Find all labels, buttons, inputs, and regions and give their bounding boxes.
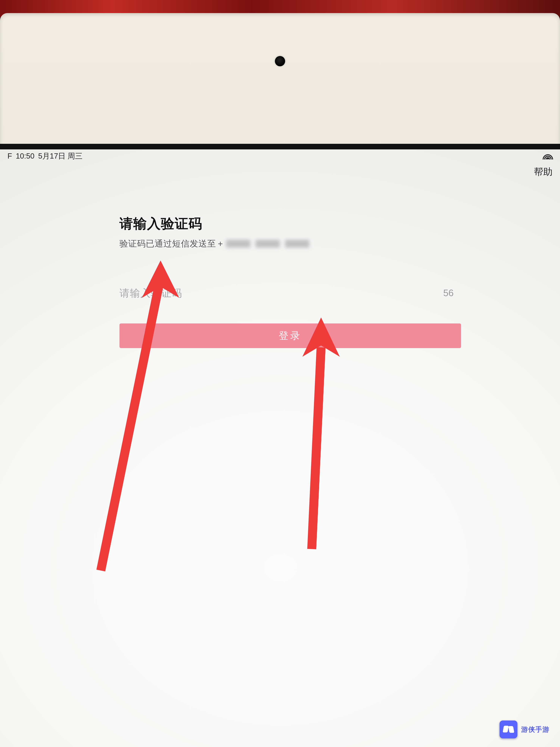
masked-phone-number [226, 240, 309, 248]
status-bar: F 10:50 5月17日 周三 [0, 149, 560, 162]
resend-countdown: 56 [443, 288, 461, 299]
status-time: 10:50 [16, 152, 34, 160]
login-button[interactable]: 登录 [119, 324, 461, 348]
wifi-icon [543, 152, 553, 159]
code-row: 56 [119, 285, 461, 301]
front-camera-icon [275, 56, 285, 66]
verification-code-input[interactable] [119, 285, 344, 301]
status-date: 5月17日 周三 [38, 151, 83, 161]
annotation-arrow-login [284, 317, 351, 551]
subtitle-text: 验证码已通过短信发送至 [119, 238, 216, 250]
svg-line-2 [312, 347, 321, 549]
watermark: 游侠手游 [500, 720, 550, 739]
page-title: 请输入验证码 [119, 215, 497, 233]
status-time-prefix: F [7, 152, 12, 160]
tablet-bezel: F 10:50 5月17日 周三 帮助 请输入验证码 验证码已通过短信发送至 + [0, 13, 560, 747]
subtitle: 验证码已通过短信发送至 + [119, 238, 497, 250]
screen-area: F 10:50 5月17日 周三 帮助 请输入验证码 验证码已通过短信发送至 + [0, 144, 560, 747]
watermark-logo-icon [500, 720, 517, 739]
login-content: 请输入验证码 验证码已通过短信发送至 + 56 登录 [0, 215, 560, 348]
status-left: F 10:50 5月17日 周三 [7, 151, 82, 161]
top-nav: 帮助 [0, 162, 560, 181]
watermark-text: 游侠手游 [521, 725, 550, 734]
help-link[interactable]: 帮助 [534, 166, 553, 178]
phone-prefix: + [218, 239, 223, 249]
